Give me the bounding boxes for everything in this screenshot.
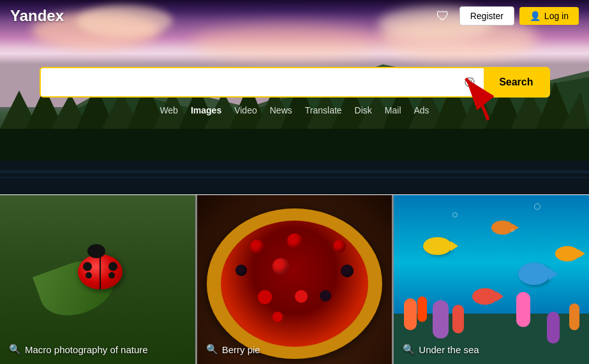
nav-images[interactable]: Images — [191, 105, 221, 115]
pie-filling — [221, 221, 368, 347]
berry-6 — [341, 265, 354, 277]
nav-links: Web Images Video News Translate Disk Mai… — [160, 105, 429, 115]
nav-ads[interactable]: Ads — [414, 105, 429, 115]
nav-web[interactable]: Web — [160, 105, 178, 115]
berry-5 — [272, 258, 289, 275]
header-actions: 🛡 Register 👤 Log in — [436, 6, 579, 25]
berry-10 — [272, 312, 283, 322]
berry-4 — [235, 265, 247, 276]
pie-bg — [197, 195, 392, 364]
pie-plate — [207, 208, 382, 359]
nav-news[interactable]: News — [270, 105, 292, 115]
shield-icon: 🛡 — [436, 9, 449, 24]
berry-9 — [295, 290, 308, 303]
camera-search-icon-button[interactable] — [456, 71, 484, 94]
grid-label-ladybug: 🔍 Macro photography of nature — [9, 344, 148, 355]
nav-translate[interactable]: Translate — [305, 105, 342, 115]
fish-blue-1 — [518, 263, 550, 285]
coral-1 — [404, 298, 417, 330]
ladybug — [78, 254, 129, 299]
header: Yandex 🛡 Register 👤 Log in — [0, 0, 589, 32]
nav-disk[interactable]: Disk — [355, 105, 372, 115]
search-input[interactable] — [41, 68, 456, 96]
coral-6 — [547, 312, 560, 344]
spot-2 — [86, 272, 92, 279]
grid-item-pie[interactable]: 🔍 Berry pie — [197, 195, 392, 364]
grid-item-sea[interactable]: 🔍 Under the sea — [394, 195, 589, 364]
fish-orange-1 — [491, 221, 514, 235]
grid-item-ladybug[interactable]: 🔍 Macro photography of nature — [0, 195, 195, 364]
ladybug-line — [100, 254, 101, 289]
spot-1 — [83, 262, 92, 271]
berry-8 — [320, 290, 331, 302]
fish-red-1 — [472, 288, 498, 305]
logo: Yandex — [10, 7, 64, 25]
coral-3 — [433, 300, 449, 339]
svg-rect-31 — [472, 78, 473, 79]
berry-7 — [258, 290, 272, 304]
grid-label-sea: 🔍 Under the sea — [403, 344, 479, 355]
nav-video[interactable]: Video — [234, 105, 257, 115]
coral-4 — [452, 305, 464, 333]
bubble-3 — [534, 203, 541, 210]
fish-yellow-2 — [555, 246, 579, 261]
register-button[interactable]: Register — [459, 6, 514, 25]
login-button[interactable]: 👤 Log in — [519, 7, 579, 25]
ladybug-bg — [0, 195, 195, 364]
coral-2 — [417, 296, 427, 322]
fish-yellow-1 — [423, 237, 452, 255]
berry-2 — [287, 233, 302, 249]
search-icon-sea: 🔍 — [403, 344, 415, 355]
coral-5 — [516, 292, 530, 327]
search-button[interactable]: Search — [484, 68, 548, 96]
ladybug-head — [87, 244, 105, 258]
user-icon: 👤 — [530, 11, 541, 21]
svg-point-29 — [465, 78, 474, 87]
search-area: Search Web Images Video News Translate D… — [0, 67, 589, 115]
bubble-2 — [511, 229, 514, 232]
berry-3 — [333, 240, 346, 252]
search-icon-ladybug: 🔍 — [9, 344, 21, 355]
search-icon-pie: 🔍 — [206, 344, 218, 355]
berry-1 — [250, 240, 264, 254]
coral-7 — [569, 303, 579, 330]
svg-rect-27 — [0, 170, 589, 173]
bubble-1 — [452, 212, 458, 217]
ladybug-body — [78, 254, 123, 289]
spot-4 — [108, 272, 115, 279]
nav-mail[interactable]: Mail — [385, 105, 401, 115]
grid-label-pie: 🔍 Berry pie — [206, 344, 260, 355]
svg-point-30 — [468, 80, 472, 85]
search-box: Search — [40, 67, 550, 98]
image-grid: 🔍 Macro photography of nature — [0, 195, 589, 364]
sea-bg — [394, 195, 589, 364]
svg-rect-28 — [0, 177, 589, 178]
sea-background — [394, 195, 589, 364]
spot-3 — [108, 262, 117, 271]
